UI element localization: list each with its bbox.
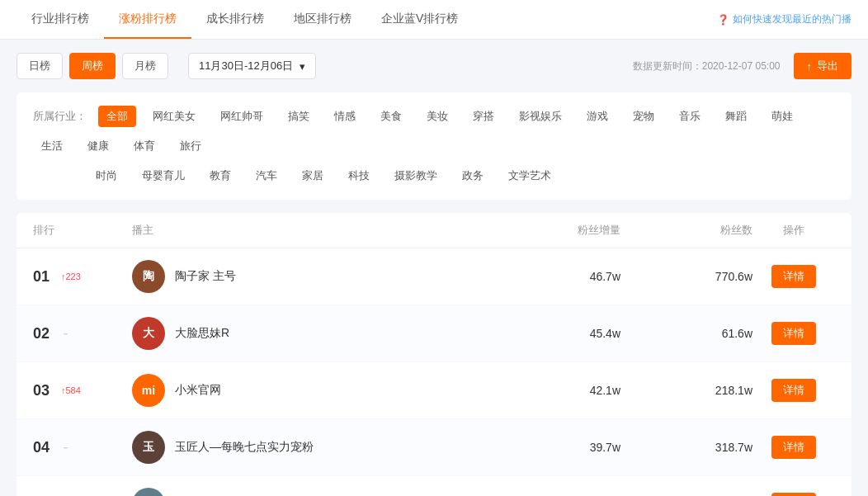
filter-tag-travel[interactable]: 旅行 [172,135,210,157]
broadcaster-cell: mi 小米官网 [132,374,488,407]
broadcaster-name: 玉匠人—每晚七点实力宠粉 [175,440,314,455]
header-rank: 排行 [33,223,132,238]
action-cell: 详情 [752,436,835,459]
filter-tag-game[interactable]: 游戏 [578,106,616,127]
header-fans-total: 粉丝数 [620,223,752,238]
rank-number: 01 [33,268,56,286]
broadcaster-cell: 美 美食小强-美食严选 [132,488,488,496]
fans-increase: 46.7w [488,270,620,283]
fans-increase: 39.7w [488,441,620,454]
filter-row-1: 所属行业： 全部 网红美女 网红帅哥 搞笑 情感 美食 美妆 穿搭 影视娱乐 游… [33,106,835,157]
filter-tag-funny[interactable]: 搞笑 [280,106,318,127]
filter-tag-sport[interactable]: 体育 [125,135,163,157]
detail-button[interactable]: 详情 [771,265,816,288]
rank-change: ↑223 [61,272,81,281]
avatar: mi [132,374,165,407]
avatar: 美 [132,488,165,496]
filter-tag-health[interactable]: 健康 [79,135,117,157]
filter-tag-edu[interactable]: 教育 [201,165,239,187]
help-link[interactable]: ❓ 如何快速发现最近的热门播 [717,12,851,26]
action-cell: 详情 [752,379,835,402]
filter-tag-baby[interactable]: 母婴育儿 [134,165,193,187]
action-cell: 详情 [752,265,835,288]
nav-tab-industry[interactable]: 行业排行榜 [17,0,104,39]
detail-button[interactable]: 详情 [771,379,816,402]
table-row: 01 ↑223 陶 陶子家 主号 46.7w 770.6w 详情 [17,248,851,305]
filter-tag-music[interactable]: 音乐 [671,106,709,127]
daily-btn[interactable]: 日榜 [17,53,63,79]
nav-tab-growth[interactable]: 成长排行榜 [191,0,279,39]
rank-number: 02 [33,325,56,342]
broadcaster-cell: 玉 玉匠人—每晚七点实力宠粉 [132,431,488,464]
avatar: 玉 [132,431,165,464]
rank-cell: 03 ↑584 [33,382,132,399]
avatar: 大 [132,317,165,350]
filter-row-2: 时尚 母婴育儿 教育 汽车 家居 科技 摄影教学 政务 文学艺术 [33,165,835,187]
filter-tag-beauty[interactable]: 美妆 [418,106,456,127]
rank-number: 04 [33,439,56,456]
table-header: 排行 播主 粉丝增量 粉丝数 操作 [17,213,851,248]
nav-tab-enterprise[interactable]: 企业蓝V排行榜 [366,0,473,39]
filter-tag-cute[interactable]: 萌娃 [763,106,801,127]
table-body: 01 ↑223 陶 陶子家 主号 46.7w 770.6w 详情 02 － 大 … [17,248,851,496]
rank-change: ↑584 [61,385,81,395]
filter-tag-literature[interactable]: 文学艺术 [500,165,559,187]
filter-tag-emotion[interactable]: 情感 [326,106,364,127]
rank-cell: 01 ↑223 [33,268,132,286]
action-cell: 详情 [752,493,835,496]
table: 排行 播主 粉丝增量 粉丝数 操作 01 ↑223 陶 陶子家 主号 46.7w… [17,213,851,496]
table-row: 05 ↑6 美 美食小强-美食严选 37.3w 278.1w 详情 [17,476,851,496]
rank-cell: 04 － [33,439,132,456]
table-row: 02 － 大 大脸思妹R 45.4w 61.6w 详情 [17,305,851,362]
fans-increase: 42.1w [488,384,620,397]
header-broadcaster: 播主 [132,223,488,238]
filter-label: 所属行业： [33,109,87,124]
filter-tag-food[interactable]: 美食 [372,106,410,127]
filter-section: 所属行业： 全部 网红美女 网红帅哥 搞笑 情感 美食 美妆 穿搭 影视娱乐 游… [17,92,851,200]
filter-tag-fashion[interactable]: 时尚 [87,165,125,187]
filter-tag-tech[interactable]: 科技 [340,165,378,187]
filter-tag-wanghong[interactable]: 网红美女 [144,106,204,127]
rank-change: － [61,328,70,340]
toolbar-right: 数据更新时间：2020-12-07 05:00 ↑ 导出 [633,53,851,79]
date-select[interactable]: 11月30日-12月06日 ▾ [188,53,316,79]
table-row: 03 ↑584 mi 小米官网 42.1w 218.1w 详情 [17,362,851,419]
filter-tag-gov[interactable]: 政务 [454,165,492,187]
table-row: 04 － 玉 玉匠人—每晚七点实力宠粉 39.7w 318.7w 详情 [17,419,851,476]
filter-tag-photo[interactable]: 摄影教学 [386,165,446,187]
filter-tag-life[interactable]: 生活 [33,135,71,157]
filter-tag-home[interactable]: 家居 [294,165,332,187]
fans-total: 61.6w [620,327,752,340]
detail-button[interactable]: 详情 [771,322,816,345]
fans-total: 770.6w [620,270,752,283]
detail-button[interactable]: 详情 [771,436,816,459]
broadcaster-name: 陶子家 主号 [175,269,236,284]
export-button[interactable]: ↑ 导出 [794,53,852,79]
toolbar-left: 日榜 周榜 月榜 11月30日-12月06日 ▾ [17,53,316,79]
weekly-btn[interactable]: 周榜 [69,53,116,79]
action-cell: 详情 [752,322,835,345]
monthly-btn[interactable]: 月榜 [122,53,168,79]
top-nav: 行业排行榜 涨粉排行榜 成长排行榜 地区排行榜 企业蓝V排行榜 ❓ 如何快速发现… [0,0,868,40]
rank-number: 03 [33,382,56,399]
filter-tag-all[interactable]: 全部 [98,106,136,127]
filter-tag-dance[interactable]: 舞蹈 [717,106,755,127]
filter-tag-handsome[interactable]: 网红帅哥 [212,106,271,127]
fans-total: 318.7w [620,441,752,454]
filter-tag-film[interactable]: 影视娱乐 [511,106,570,127]
nav-tab-region[interactable]: 地区排行榜 [279,0,366,39]
broadcaster-cell: 大 大脸思妹R [132,317,488,350]
rank-change: － [61,442,70,454]
filter-tag-car[interactable]: 汽车 [248,165,285,187]
broadcaster-name: 大脸思妹R [175,326,229,341]
broadcaster-cell: 陶 陶子家 主号 [132,260,488,293]
filter-tag-pet[interactable]: 宠物 [625,106,663,127]
header-action: 操作 [752,223,835,238]
filter-tag-fashion-wear[interactable]: 穿搭 [465,106,502,127]
toolbar: 日榜 周榜 月榜 11月30日-12月06日 ▾ 数据更新时间：2020-12-… [17,53,851,79]
fans-increase: 45.4w [488,327,620,340]
avatar: 陶 [132,260,165,293]
detail-button[interactable]: 详情 [771,493,816,496]
nav-tab-fans-growth[interactable]: 涨粉排行榜 [104,0,191,39]
broadcaster-name: 小米官网 [175,383,221,398]
